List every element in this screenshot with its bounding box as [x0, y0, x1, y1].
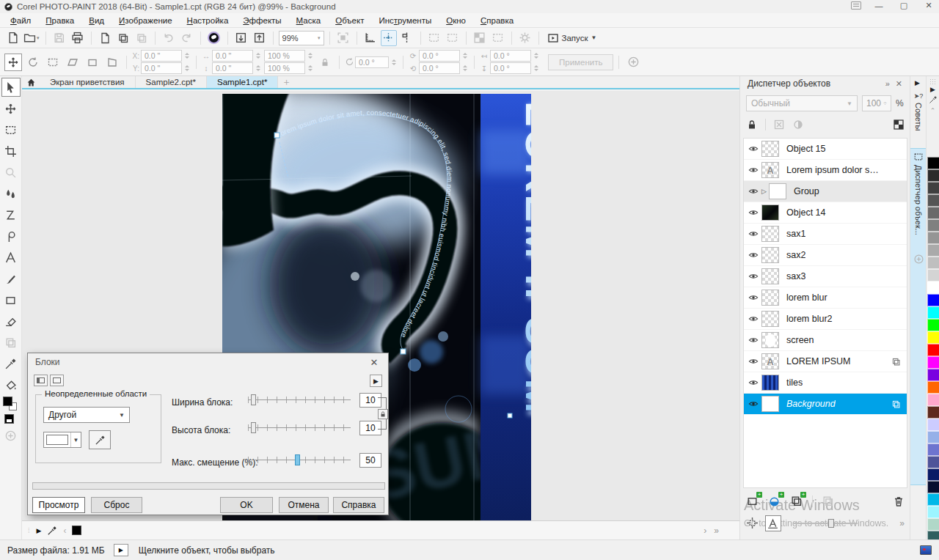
visibility-eye-icon[interactable]	[748, 314, 761, 324]
skew-y-field[interactable]: 0.0 °	[419, 62, 460, 74]
layer-row-object-14[interactable]: Object 14	[744, 202, 907, 224]
fit-to-window-button[interactable]	[335, 30, 351, 46]
document-tab-0[interactable]: Экран приветствия	[40, 76, 136, 88]
delete-button[interactable]	[893, 495, 905, 507]
expand-triangle-icon[interactable]: ▷	[761, 188, 769, 195]
color-swatch[interactable]	[927, 207, 939, 219]
duplicate-button[interactable]	[134, 30, 150, 46]
options-gear-button[interactable]	[517, 30, 533, 46]
position-objects-button[interactable]	[746, 517, 759, 530]
visibility-eye-icon[interactable]	[748, 186, 761, 196]
scale-x-field[interactable]: 100 %	[264, 50, 305, 62]
color-swatch[interactable]	[927, 443, 939, 456]
rotate-mode-button[interactable]	[24, 54, 42, 71]
position-mode-button[interactable]	[4, 54, 22, 71]
paint-tool[interactable]	[1, 269, 21, 288]
layer-row-background[interactable]: Background	[744, 394, 907, 415]
ok-button[interactable]: OK	[220, 497, 273, 513]
path-tool[interactable]	[1, 226, 21, 246]
launch-button[interactable]: Запуск ▼	[544, 32, 600, 44]
display-color-icon[interactable]	[920, 545, 932, 555]
new-image-button[interactable]	[4, 30, 21, 46]
new-lens-button[interactable]: +	[768, 495, 781, 508]
color-swatch[interactable]	[927, 281, 939, 294]
visibility-eye-icon[interactable]	[748, 229, 761, 239]
dual-preview-toggle[interactable]	[34, 375, 48, 386]
merge-mode-dropdown[interactable]: Обычный▼	[746, 95, 858, 111]
help-button[interactable]: Справка	[333, 497, 384, 513]
canvas-area[interactable]: IPSUM LOREM IPSUM LOREM IPSUM Lorem ipsu…	[22, 91, 739, 520]
menu-Файл[interactable]: Файл	[3, 15, 38, 26]
layer-row-sax2[interactable]: sax2	[744, 245, 907, 266]
close-button[interactable]: ✕	[921, 1, 936, 10]
rotation-angle-field[interactable]: 0.0 °	[355, 56, 389, 68]
chevron-left-icon[interactable]: ‹	[63, 526, 66, 536]
layer-row-lorem-blur2[interactable]: lorem blur2	[744, 309, 907, 330]
apply-button[interactable]: Применить	[548, 54, 613, 70]
scroll-end-icon[interactable]: »	[714, 526, 719, 536]
delete-object-icon[interactable]	[773, 119, 785, 130]
menu-Правка[interactable]: Правка	[38, 15, 81, 26]
color-swatch[interactable]	[927, 194, 939, 207]
color-swatch[interactable]	[927, 344, 939, 356]
color-swatch[interactable]	[927, 157, 939, 169]
spinner[interactable]	[461, 63, 469, 73]
color-swatch[interactable]	[927, 244, 939, 257]
eraser-tool[interactable]	[1, 312, 21, 331]
new-object-button[interactable]: +	[746, 495, 759, 508]
distort-mode-button[interactable]	[84, 54, 101, 71]
clip-mask-button[interactable]	[445, 30, 461, 46]
palette-flyout-icon[interactable]: ▶	[927, 84, 939, 95]
mask-overlay-button[interactable]	[472, 30, 488, 46]
selection-handle[interactable]	[274, 133, 279, 138]
rectangle-mask-tool[interactable]	[1, 120, 21, 139]
add-tool-button[interactable]	[1, 426, 21, 445]
import-button[interactable]	[233, 30, 249, 46]
dialog-title-bar[interactable]: Блоки ✕	[28, 353, 388, 371]
menu-Маска[interactable]: Маска	[289, 15, 329, 26]
color-swatch[interactable]	[927, 506, 939, 518]
layer-row-sax3[interactable]: sax3	[744, 266, 907, 287]
spinner[interactable]	[307, 63, 314, 73]
menu-Объект[interactable]: Объект	[328, 15, 371, 26]
menu-Эффекты[interactable]: Эффекты	[235, 15, 288, 26]
layer-row-lorem-ipsum-dolor-sit-amet-conse-[interactable]: Lorem ipsum dolor sit amet, conse...	[744, 160, 907, 181]
grid-toggle-button[interactable]	[381, 30, 397, 46]
scroll-right-icon[interactable]: ›	[704, 526, 706, 536]
zoom-tool[interactable]	[1, 163, 21, 182]
spinner[interactable]	[183, 63, 191, 73]
spinner[interactable]	[255, 51, 262, 61]
palette-scroll-up-icon[interactable]: ⌃	[927, 106, 939, 116]
selection-handle[interactable]	[508, 413, 512, 418]
zoom-level-combo[interactable]: 99%▾	[279, 31, 324, 45]
print-button[interactable]	[70, 30, 86, 46]
spinner[interactable]	[461, 51, 469, 61]
reset-button[interactable]: Сброс	[91, 497, 142, 513]
add-control-button[interactable]	[624, 54, 642, 71]
docker-close-icon[interactable]: ✕	[896, 79, 902, 89]
fill-color-combo[interactable]: ▼	[43, 432, 81, 448]
color-swatch[interactable]	[927, 394, 939, 406]
layer-row-tiles[interactable]: tiles	[744, 372, 907, 394]
scale-mode-button[interactable]	[44, 54, 62, 71]
play-icon[interactable]: ▶	[37, 527, 42, 534]
spinner[interactable]	[307, 51, 314, 61]
current-color-swatch[interactable]	[72, 526, 81, 535]
combine-objects-button[interactable]	[822, 495, 835, 508]
cancel-button[interactable]: Отмена	[279, 497, 329, 513]
paste-button[interactable]	[97, 30, 113, 46]
duplicate-object-button[interactable]: +	[790, 495, 803, 508]
visibility-eye-icon[interactable]	[748, 165, 761, 175]
add-docker-button[interactable]	[913, 254, 924, 265]
slider-handle[interactable]	[251, 394, 256, 405]
lock-transparency-icon[interactable]	[746, 119, 758, 130]
position-x-field[interactable]: 0.0 "	[141, 50, 182, 62]
coreldraw-launcher-icon[interactable]	[206, 30, 222, 46]
pick-tool[interactable]	[1, 78, 21, 97]
crop-tool[interactable]	[1, 141, 21, 161]
menu-Справка[interactable]: Справка	[473, 15, 521, 26]
visibility-eye-icon[interactable]	[748, 250, 761, 260]
maximize-button[interactable]: ▢	[896, 1, 911, 10]
text-align-button[interactable]	[765, 515, 781, 531]
color-swatch[interactable]	[927, 456, 939, 468]
